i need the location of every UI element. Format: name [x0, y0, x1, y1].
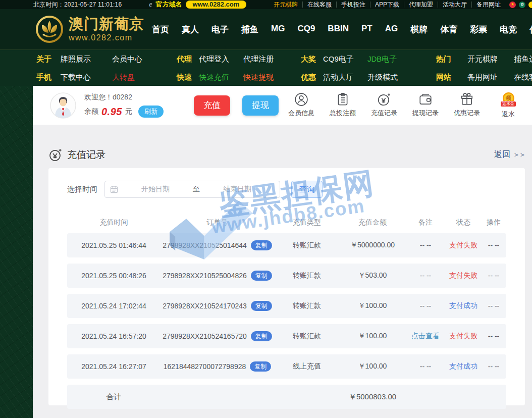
quick-rebate[interactable]: 领 返水金 返水	[494, 92, 523, 119]
subnav-group-jackpot: 大奖 CQ9电子 JDB电子 优惠 活动大厅 升级模式	[301, 50, 412, 86]
domain-pill[interactable]: www.0282.com	[186, 1, 247, 9]
status-badge: 支付成功	[446, 362, 481, 371]
col-action: 操作	[481, 218, 506, 227]
calendar-icon	[110, 185, 118, 193]
subnav-link[interactable]: 活动大厅	[323, 73, 367, 82]
cell-time: 2021.05.24 16:27:07	[67, 362, 161, 371]
subnav-label: 热门	[436, 55, 467, 64]
nav-cq9[interactable]: CQ9	[297, 24, 315, 35]
user-info: 欢迎您！d0282 余额 0.95 元 刷新	[84, 93, 164, 118]
nav-mg[interactable]: MG	[271, 24, 285, 35]
view-note-link[interactable]: 点击查看	[405, 332, 446, 341]
subnav-link[interactable]: 在线客服	[514, 73, 532, 82]
topbar-link-kaiyuan[interactable]: 开元棋牌	[269, 2, 303, 8]
subnav-group-about: 关于 牌照展示 会员中心 手机 下载中心 大转盘	[36, 50, 164, 86]
subnav-link[interactable]: CQ9电子	[323, 55, 367, 64]
cell-note: -- --	[405, 302, 446, 310]
language-flags	[509, 2, 530, 8]
total-amount: ￥5000803.00	[340, 392, 405, 402]
browser-icon	[149, 1, 152, 8]
topbar-link-activity[interactable]: 活动大厅	[438, 2, 472, 8]
subnav-link[interactable]: 会员中心	[112, 55, 164, 64]
cell-time: 2021.05.24 16:57:20	[67, 332, 161, 340]
end-date-placeholder: 结束日期	[200, 185, 275, 194]
cell-amount: ￥503.00	[340, 271, 405, 280]
nav-home[interactable]: 首页	[152, 24, 169, 35]
subnav-link[interactable]: 下载中心	[61, 73, 112, 82]
withdraw-button[interactable]: 提现	[242, 95, 279, 116]
quick-promo-records[interactable]: 优惠记录	[452, 92, 482, 119]
subnav-group-hot: 热门 开元棋牌 捕鱼达人 网站 备用网址 在线客服	[436, 50, 532, 86]
nav-slots[interactable]: 电子	[211, 24, 229, 35]
quick-withdraw-records[interactable]: 提现记录	[411, 92, 440, 119]
page-title-row: 充值记录 返回＞＞	[48, 125, 525, 162]
refresh-button[interactable]: 刷新	[138, 106, 164, 118]
nav-fishing[interactable]: 捕鱼	[241, 24, 258, 35]
subnav-link-jdb[interactable]: JDB电子	[367, 55, 412, 64]
copy-button[interactable]: 复制	[251, 240, 272, 250]
extra-flag-icon[interactable]	[528, 2, 532, 8]
brand-logo-icon	[35, 15, 64, 43]
nav-esports[interactable]: 电竞	[500, 24, 517, 35]
subnav-link-quick-deposit[interactable]: 快速充值	[199, 73, 243, 82]
date-to-label: 至	[193, 185, 200, 194]
col-time: 充值时间	[67, 218, 161, 227]
copy-button[interactable]: 复制	[251, 331, 272, 341]
date-range-input[interactable]: 开始日期 至 结束日期	[104, 181, 280, 198]
nav-lottery[interactable]: 彩票	[470, 24, 487, 35]
copy-button[interactable]: 复制	[251, 301, 272, 311]
subnav-link-wheel[interactable]: 大转盘	[112, 73, 164, 82]
search-button[interactable]: 查询	[291, 181, 323, 198]
nav-chess[interactable]: 棋牌	[410, 24, 428, 35]
status-badge: 支付失败	[446, 241, 481, 250]
quick-total-bets[interactable]: 总投注额	[328, 92, 357, 119]
status-badge: 支付失败	[446, 332, 481, 341]
subnav-label: 优惠	[301, 73, 323, 82]
subnav-link[interactable]: 开元棋牌	[467, 55, 514, 64]
clipboard-icon	[336, 92, 350, 107]
balance-value: 0.95	[101, 106, 122, 118]
cell-time: 2021.05.25 01:46:44	[67, 241, 161, 249]
table-total-row: 合计 ￥5000803.00	[67, 385, 506, 409]
cell-type: 转账汇款	[274, 271, 340, 280]
cell-action: -- --	[481, 241, 506, 249]
topbar-link-service[interactable]: 在线客服	[303, 2, 337, 8]
subnav-link[interactable]: 代理登入	[199, 55, 243, 64]
subnav-link[interactable]: 备用网址	[467, 73, 514, 82]
col-amount: 充值金额	[340, 218, 405, 227]
col-type: 充值类型	[274, 218, 340, 227]
nav-ag[interactable]: AG	[385, 24, 398, 35]
nav-promo[interactable]: 优惠	[529, 24, 532, 35]
avatar	[50, 92, 76, 119]
nav-live[interactable]: 真人	[182, 24, 199, 35]
rebate-coin-icon: 领 返水金	[501, 92, 516, 108]
quick-member-info[interactable]: 会员信息	[287, 92, 316, 119]
copy-button[interactable]: 复制	[251, 271, 272, 281]
time-label: 北京时间：	[33, 1, 64, 8]
quick-recharge-records[interactable]: 充值记录	[369, 92, 399, 119]
macau-flag-icon[interactable]	[519, 2, 525, 8]
topbar-link-backup[interactable]: 备用网址	[472, 2, 505, 8]
topbar-link-agent[interactable]: 代理加盟	[404, 2, 438, 8]
table-row: 2021.05.24 16:57:20 2798928XX21052416572…	[67, 324, 506, 348]
subnav-link[interactable]: 升级模式	[367, 73, 412, 82]
topbar-link-mobile[interactable]: 手机投注	[337, 2, 370, 8]
wallet-icon	[418, 92, 433, 107]
subnav-link-quick-withdraw[interactable]: 快速提现	[243, 73, 288, 82]
quick-menu: 会员信息 总投注额 充值记录	[287, 92, 523, 119]
order-number: 162184482700072798928	[164, 362, 246, 371]
nav-pt[interactable]: PT	[361, 24, 373, 35]
back-link[interactable]: 返回＞＞	[494, 149, 525, 160]
nav-bbin[interactable]: BBIN	[328, 24, 349, 35]
topbar-link-app[interactable]: APP下载	[370, 2, 404, 8]
copy-button[interactable]: 复制	[250, 361, 271, 372]
cell-type: 线上充值	[274, 362, 340, 371]
recharge-button[interactable]: 充值	[194, 95, 230, 116]
china-flag-icon[interactable]	[509, 2, 516, 8]
subnav-link[interactable]: 代理注册	[243, 55, 288, 64]
subnav-link[interactable]: 捕鱼达人	[514, 55, 532, 64]
subnav-link[interactable]: 牌照展示	[61, 55, 112, 64]
nav-sports[interactable]: 体育	[440, 24, 457, 35]
order-number: 2798928XX210525004826	[163, 272, 247, 280]
order-number: 2798928XX210524165720	[163, 332, 247, 340]
